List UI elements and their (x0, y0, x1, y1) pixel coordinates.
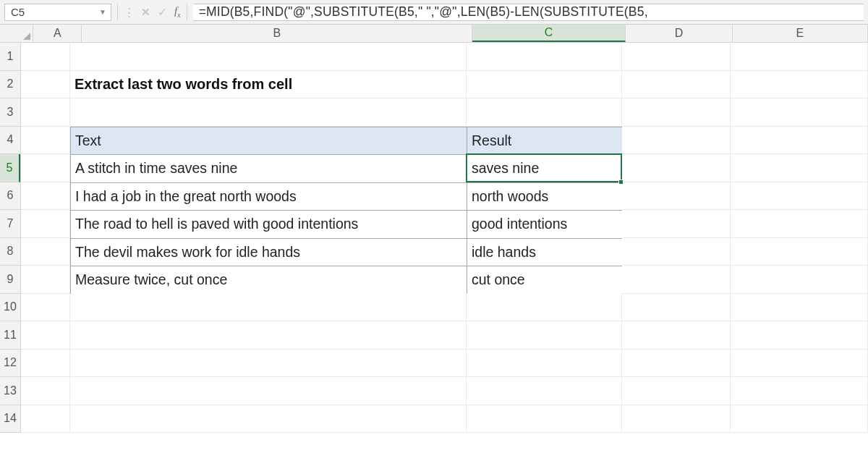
cell-a11[interactable] (21, 321, 70, 350)
cell-e1[interactable] (731, 43, 868, 71)
row-header-2[interactable]: 2 (0, 71, 20, 99)
cell-d13[interactable] (622, 377, 731, 405)
cell-c11[interactable] (467, 321, 622, 350)
fill-handle[interactable] (618, 180, 624, 185)
cell-e2[interactable] (731, 71, 868, 99)
cell-d6[interactable] (622, 182, 731, 211)
cell-d9[interactable] (622, 266, 731, 294)
cell-e6[interactable] (731, 182, 868, 211)
cell-d7[interactable] (622, 210, 731, 238)
cell-b5[interactable]: A stitch in time saves nine (70, 154, 467, 182)
expand-formula-bar-icon[interactable]: ⋮ (124, 6, 134, 19)
cell-e8[interactable] (731, 238, 868, 266)
cell-e9[interactable] (731, 266, 868, 294)
cell-b11[interactable] (70, 321, 467, 350)
cell-e3[interactable] (731, 98, 868, 127)
select-all-button[interactable] (0, 25, 33, 42)
cell-a8[interactable] (21, 238, 70, 266)
row-header-5[interactable]: 5 (0, 154, 20, 182)
cell-d8[interactable] (622, 238, 731, 266)
cell-b1[interactable] (70, 43, 467, 71)
insert-function-icon[interactable]: fx (174, 5, 181, 19)
cell-c1[interactable] (467, 43, 622, 71)
row-header-11[interactable]: 11 (0, 321, 20, 350)
row-header-6[interactable]: 6 (0, 182, 20, 211)
row-header-10[interactable]: 10 (0, 294, 20, 322)
cell-a12[interactable] (21, 350, 70, 378)
cell-b9[interactable]: Measure twice, cut once (70, 266, 467, 294)
table-header-result[interactable]: Result (467, 127, 622, 155)
cell-b10[interactable] (70, 294, 467, 322)
cell-e12[interactable] (731, 350, 868, 378)
cell-b13[interactable] (70, 377, 467, 405)
grid: 1 2 3 4 5 6 7 8 9 10 11 12 13 14 (0, 43, 868, 433)
cell-b12[interactable] (70, 350, 467, 378)
cell-c10[interactable] (467, 294, 622, 322)
name-box-dropdown-icon[interactable]: ▼ (99, 8, 106, 16)
cell-c7[interactable]: good intentions (467, 210, 622, 238)
cancel-icon[interactable]: ✕ (141, 6, 150, 19)
cell-a13[interactable] (21, 377, 70, 405)
column-header-e[interactable]: E (733, 25, 868, 42)
row-header-12[interactable]: 12 (0, 350, 20, 378)
cell-e4[interactable] (731, 127, 868, 155)
cell-a5[interactable] (21, 154, 70, 182)
formula-input[interactable]: =MID(B5,FIND("@",SUBSTITUTE(B5," ","@",L… (193, 4, 864, 21)
cell-e5[interactable] (731, 154, 868, 182)
cell-d4[interactable] (622, 127, 731, 155)
column-header-a[interactable]: A (33, 25, 82, 42)
row-header-7[interactable]: 7 (0, 210, 20, 238)
cell-c12[interactable] (467, 350, 622, 378)
cell-c9[interactable]: cut once (467, 266, 622, 294)
row-header-9[interactable]: 9 (0, 266, 20, 294)
cell-a7[interactable] (21, 210, 70, 238)
cell-e11[interactable] (731, 321, 868, 350)
cell-a3[interactable] (21, 98, 70, 127)
cell-c13[interactable] (467, 377, 622, 405)
cell-a6[interactable] (21, 182, 70, 211)
cell-d12[interactable] (622, 350, 731, 378)
row-header-1[interactable]: 1 (0, 43, 20, 71)
cell-c6[interactable]: north woods (467, 182, 622, 211)
cell-d2[interactable] (622, 71, 731, 99)
cell-d11[interactable] (622, 321, 731, 350)
cell-a1[interactable] (21, 43, 70, 71)
cell-b7[interactable]: The road to hell is paved with good inte… (70, 210, 467, 238)
cell-e14[interactable] (731, 405, 868, 434)
enter-icon[interactable]: ✓ (158, 5, 167, 19)
cell-e10[interactable] (731, 294, 868, 322)
cell-b14[interactable] (70, 405, 467, 434)
page-title[interactable]: Extract last two words from cell (70, 71, 467, 99)
cell-a10[interactable] (21, 294, 70, 322)
cell-d10[interactable] (622, 294, 731, 322)
row-header-13[interactable]: 13 (0, 377, 20, 405)
cell-c14[interactable] (467, 405, 622, 434)
cell-a14[interactable] (21, 405, 70, 434)
row-header-3[interactable]: 3 (0, 98, 20, 127)
cell-b3[interactable] (70, 98, 467, 127)
row-header-4[interactable]: 4 (0, 127, 20, 155)
cell-e13[interactable] (731, 377, 868, 405)
cell-d3[interactable] (622, 98, 731, 127)
cell-c3[interactable] (467, 98, 622, 127)
cell-c2[interactable] (467, 71, 622, 99)
cell-a9[interactable] (21, 266, 70, 294)
cell-b8[interactable]: The devil makes work for idle hands (70, 238, 467, 266)
cell-a4[interactable] (21, 127, 70, 155)
cell-d5[interactable] (622, 154, 731, 182)
cell-c8[interactable]: idle hands (467, 238, 622, 266)
table-header-text[interactable]: Text (70, 127, 467, 155)
cell-a2[interactable] (21, 71, 70, 99)
name-box[interactable]: C5 ▼ (4, 4, 111, 21)
cell-b6[interactable]: I had a job in the great north woods (70, 182, 467, 211)
cell-d14[interactable] (622, 405, 731, 434)
column-header-d[interactable]: D (626, 25, 733, 42)
column-header-c[interactable]: C (472, 25, 626, 42)
column-header-b[interactable]: B (82, 25, 472, 42)
row-header-14[interactable]: 14 (0, 405, 20, 434)
row-9: Measure twice, cut once cut once (21, 266, 868, 294)
cell-e7[interactable] (731, 210, 868, 238)
cell-d1[interactable] (622, 43, 731, 71)
row-header-8[interactable]: 8 (0, 238, 20, 266)
cell-c5[interactable]: saves nine (467, 154, 622, 182)
